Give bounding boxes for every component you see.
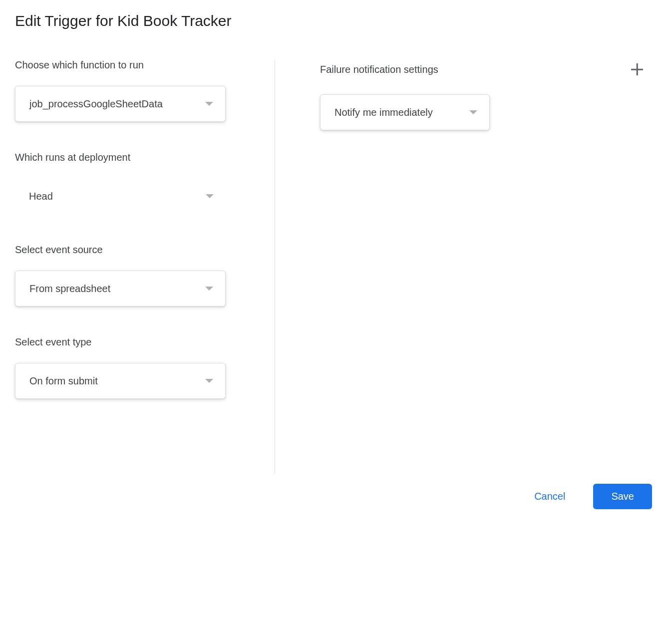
failure-dropdown[interactable]: Notify me immediately xyxy=(320,94,490,130)
event-source-dropdown[interactable]: From spreadsheet xyxy=(15,271,226,307)
deployment-dropdown-value: Head xyxy=(29,191,53,202)
right-column: Failure notification settings Notify me … xyxy=(275,59,657,474)
add-notification-button[interactable] xyxy=(627,59,647,79)
deployment-label: Which runs at deployment xyxy=(15,152,255,163)
event-type-dropdown[interactable]: On form submit xyxy=(15,363,226,399)
event-source-field: Select event source From spreadsheet xyxy=(15,244,255,307)
failure-label: Failure notification settings xyxy=(320,64,438,75)
chevron-down-icon xyxy=(469,110,477,114)
failure-label-row: Failure notification settings xyxy=(320,59,647,79)
function-field: Choose which function to run job_process… xyxy=(15,59,255,122)
dialog-title: Edit Trigger for Kid Book Tracker xyxy=(15,12,657,29)
plus-icon xyxy=(631,63,643,75)
event-type-dropdown-value: On form submit xyxy=(29,375,98,387)
left-column: Choose which function to run job_process… xyxy=(15,59,275,474)
deployment-field: Which runs at deployment Head xyxy=(15,152,255,214)
event-type-label: Select event type xyxy=(15,336,255,348)
chevron-down-icon xyxy=(205,102,213,106)
edit-trigger-dialog: Edit Trigger for Kid Book Tracker Choose… xyxy=(15,12,657,509)
save-button[interactable]: Save xyxy=(593,484,652,509)
chevron-down-icon xyxy=(206,194,214,198)
cancel-button[interactable]: Cancel xyxy=(526,485,573,508)
failure-dropdown-value: Notify me immediately xyxy=(335,107,433,118)
chevron-down-icon xyxy=(205,379,213,383)
failure-notification-field: Failure notification settings Notify me … xyxy=(320,59,647,130)
event-type-field: Select event type On form submit xyxy=(15,336,255,399)
chevron-down-icon xyxy=(205,287,213,291)
dialog-footer: Cancel Save xyxy=(15,484,657,509)
function-dropdown[interactable]: job_processGoogleSheetData xyxy=(15,86,226,122)
deployment-dropdown[interactable]: Head xyxy=(15,178,226,214)
event-source-label: Select event source xyxy=(15,244,255,256)
event-source-dropdown-value: From spreadsheet xyxy=(29,283,110,295)
function-label: Choose which function to run xyxy=(15,59,255,71)
dialog-columns: Choose which function to run job_process… xyxy=(15,59,657,474)
function-dropdown-value: job_processGoogleSheetData xyxy=(29,98,163,110)
